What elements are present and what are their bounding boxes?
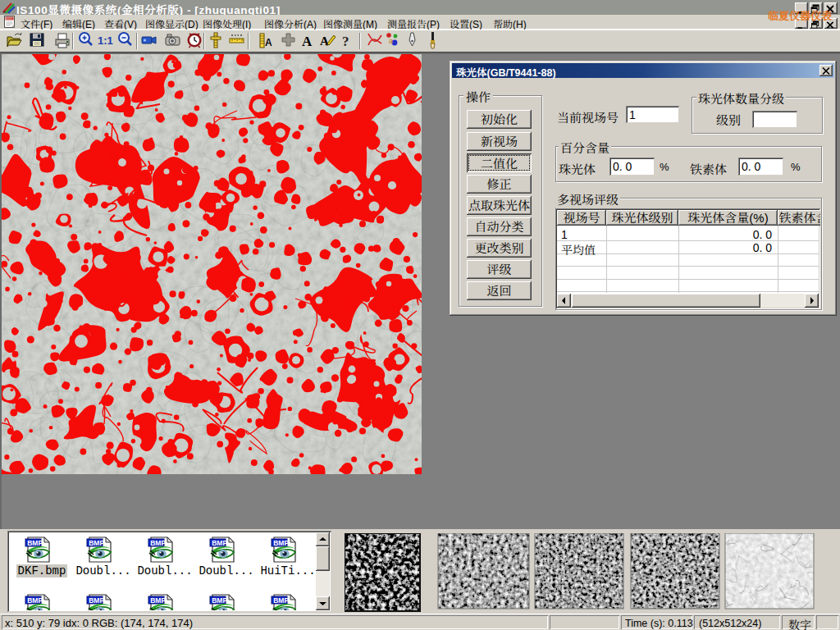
svg-text:?: ? bbox=[342, 34, 349, 49]
svg-text:A: A bbox=[265, 37, 272, 48]
svg-text:A: A bbox=[302, 34, 313, 49]
svg-text:DOC: DOC bbox=[6, 17, 13, 21]
svg-text:BMP: BMP bbox=[150, 539, 166, 547]
svg-text:BMP: BMP bbox=[89, 596, 104, 605]
svg-text:a: a bbox=[389, 37, 393, 45]
svg-text:A: A bbox=[320, 34, 329, 48]
svg-text:BMP: BMP bbox=[212, 539, 227, 547]
svg-text:BMP: BMP bbox=[150, 596, 166, 605]
svg-text:BMP: BMP bbox=[89, 539, 104, 547]
svg-text:1:1: 1:1 bbox=[98, 34, 113, 47]
svg-text:BMP: BMP bbox=[273, 539, 289, 547]
svg-text:BMP: BMP bbox=[27, 596, 43, 605]
svg-text:BMP: BMP bbox=[212, 596, 227, 605]
svg-text:BMP: BMP bbox=[273, 596, 289, 605]
svg-text:BMP: BMP bbox=[27, 539, 43, 547]
